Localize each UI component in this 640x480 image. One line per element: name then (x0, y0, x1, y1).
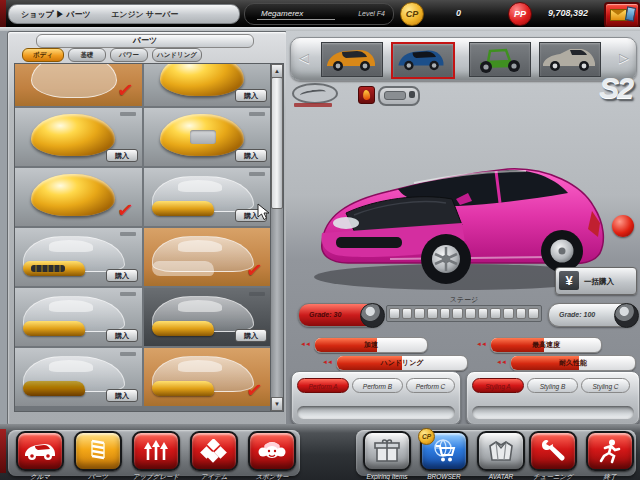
server-label: エンジン サーバー (111, 9, 178, 20)
part-item-hood-gold[interactable]: 購入 (15, 108, 142, 166)
part-item-bumper-gold-grille[interactable]: 購入 (15, 228, 142, 286)
part-item-bumper-gold-dark[interactable]: 購入 (15, 348, 142, 406)
parts-list: ✓ 購入 購入 購入 (14, 63, 274, 412)
hood-part-image (31, 63, 117, 98)
buy-button[interactable]: 購入 (235, 89, 267, 102)
buy-button[interactable]: 購入 (106, 389, 138, 402)
part-item-hood-gold-vented[interactable]: 購入 (144, 108, 271, 166)
tab-body[interactable]: ボディ (22, 48, 64, 62)
perform-c-button[interactable]: Perform C (406, 378, 455, 393)
stage-label: ステージ (388, 295, 540, 305)
mail-doc-icon (625, 6, 636, 21)
carousel-thumb-orange-hatchback[interactable] (321, 42, 383, 77)
pp-balance: 9,708,392 (548, 8, 588, 18)
part-item-bumper-gold[interactable]: 購入 (15, 288, 142, 346)
toolbar-label: AVATAR (489, 473, 513, 480)
part-item-hood-unpainted[interactable]: ✓ (15, 63, 142, 106)
carousel-next-icon[interactable]: ▷ (619, 50, 629, 65)
model-badge: S2 (599, 71, 632, 105)
showroom: ◁ ▷ S2 (286, 31, 640, 424)
carousel-thumb-green-buggy[interactable] (469, 42, 531, 77)
owned-check-icon: ✓ (245, 377, 265, 403)
stage-slider[interactable] (386, 305, 542, 322)
part-item-bumper-gold[interactable]: 購入 (144, 288, 271, 346)
perform-a-button[interactable]: Perform A (297, 378, 349, 393)
toolbar-label: 終了 (604, 473, 617, 480)
part-item-bumper-gold[interactable]: 購入 (144, 168, 271, 226)
player-level: Level F4 (358, 10, 385, 17)
buy-button[interactable]: 購入 (106, 269, 138, 282)
upgrade-arrows-icon (143, 438, 169, 464)
scrollbar-thumb[interactable] (271, 77, 283, 209)
window-edge-strip (0, 429, 6, 473)
toolbar-label: スポンサー (255, 473, 288, 480)
cars-button[interactable] (16, 431, 64, 471)
parts-panel: パーツ ボディ 基礎 パワー ハンドリング ✓ 購入 (7, 31, 288, 426)
stat-durability: 耐久性能 (510, 355, 636, 371)
bulk-buy-button[interactable]: ¥ 一括購入 (555, 267, 637, 295)
tab-basic[interactable]: 基礎 (68, 48, 106, 62)
tire-icon (360, 303, 385, 328)
car-icon (23, 440, 57, 462)
expiring-items-button[interactable] (363, 431, 411, 471)
toolbar-label: アイテム (201, 473, 228, 480)
sponsor-button[interactable] (248, 431, 296, 471)
part-item-bumper-unpainted[interactable]: ✓ (144, 228, 271, 286)
buy-button[interactable]: 購入 (235, 149, 267, 162)
part-item-hood-gold[interactable]: 購入 (144, 63, 271, 106)
scroll-up-icon[interactable]: ▲ (271, 64, 283, 78)
sponsor-girl-icon (257, 438, 287, 464)
tire-icon (614, 303, 639, 328)
yen-icon: ¥ (559, 271, 579, 290)
spring-icon (89, 438, 107, 464)
styling-c-button[interactable]: Styling C (581, 378, 630, 393)
stat-marker-icon: ◄◄ (322, 359, 332, 365)
owned-check-icon: ✓ (116, 197, 136, 223)
scroll-down-icon[interactable]: ▼ (271, 397, 283, 411)
buy-button[interactable]: 購入 (106, 329, 138, 342)
mail-button[interactable] (604, 2, 640, 28)
parts-scrollbar[interactable]: ▲ ▼ (270, 63, 284, 412)
buy-button[interactable]: 購入 (235, 329, 267, 342)
tab-power[interactable]: パワー (110, 48, 148, 62)
part-item-bumper-gold-owned[interactable]: ✓ (144, 348, 271, 406)
browser-button[interactable]: CP (420, 431, 468, 471)
perform-groove (297, 406, 455, 419)
parts-button-active[interactable] (74, 431, 122, 471)
toolbar-label: パーツ (88, 473, 108, 480)
mouse-cursor (257, 203, 271, 221)
hood-part-image (160, 114, 244, 156)
carousel-prev-icon[interactable]: ◁ (299, 50, 309, 65)
stat-marker-icon: ◄◄ (300, 341, 310, 347)
gift-box-icon (373, 438, 401, 464)
upgrade-button[interactable] (132, 431, 180, 471)
exit-button[interactable] (586, 431, 634, 471)
toolbar-label: クルマ (30, 473, 50, 480)
toolbar-label: Expiring Items (366, 473, 407, 480)
carousel-thumb-silver-sedan[interactable] (539, 42, 601, 77)
bumper-part-image (152, 356, 254, 396)
items-button[interactable] (190, 431, 238, 471)
brand-logo (292, 83, 338, 104)
buy-button[interactable]: 購入 (106, 149, 138, 162)
carousel-thumb-blue-hatchback-selected[interactable] (391, 42, 455, 79)
avatar-button[interactable] (477, 431, 525, 471)
stat-marker-icon: ◄◄ (476, 341, 486, 347)
red-orb-icon[interactable] (612, 215, 634, 237)
part-item-hood-gold-owned[interactable]: ✓ (15, 168, 142, 226)
parts-tabs: ボディ 基礎 パワー ハンドリング (14, 48, 276, 62)
tire-grade-new[interactable]: Grade: 100 (548, 303, 638, 327)
price-tag (120, 112, 136, 116)
tire-grade-current[interactable]: Grade: 30 (298, 303, 384, 327)
perform-b-button[interactable]: Perform B (352, 378, 403, 393)
breadcrumb-bar: ショップ ▶ パーツ エンジン サーバー (8, 4, 240, 24)
pp-coin-icon: PP (508, 2, 532, 26)
styling-a-button[interactable]: Styling A (472, 378, 524, 393)
breadcrumb[interactable]: ショップ ▶ パーツ (21, 9, 91, 20)
stat-acceleration: 加速 (314, 337, 428, 353)
styling-panel: Styling A Styling B Styling C (466, 371, 640, 425)
tuning-button[interactable] (529, 431, 577, 471)
price-tag (249, 112, 265, 116)
styling-b-button[interactable]: Styling B (527, 378, 578, 393)
tab-handling[interactable]: ハンドリング (152, 48, 202, 62)
